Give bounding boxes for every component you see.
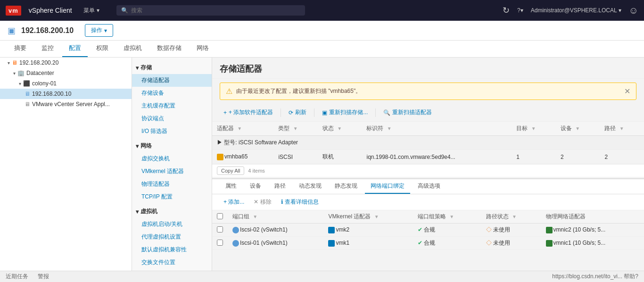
config-item-vm-startup[interactable]: 虚拟机启动/关机 [132,218,212,231]
config-item-swap-files[interactable]: 交换文件位置 [132,256,212,269]
search-box: 🔍 [116,5,305,16]
cell-type: iSCSI [273,150,318,164]
recent-tasks-link[interactable]: 近期任务 [6,273,28,281]
filter-icon[interactable]: ▼ [575,126,580,131]
filter-icon[interactable]: ▼ [253,214,257,219]
cell-policy: ✔ 合规 [413,237,481,250]
rescan-storage-button[interactable]: ▣ 重新扫描存储... [318,107,372,118]
filter-icon[interactable]: ▼ [619,126,624,131]
config-item-io-filters[interactable]: I/O 筛选器 [132,125,212,138]
cell-path-status: ◇ 未使用 [481,237,541,250]
sidebar-item-colony[interactable]: ▾ ⬛ colony-01 [0,78,132,89]
copy-all-button[interactable]: Copy All [217,166,244,175]
tab-network-port-binding[interactable]: 网络端口绑定 [365,179,410,194]
tab-datastores[interactable]: 数据存储 [150,40,188,57]
search-input[interactable] [131,7,300,14]
help-button[interactable]: ?▾ [517,7,523,14]
rescan-adapter-button[interactable]: 🔍 重新扫描适配器 [380,107,436,118]
tab-dynamic-discovery[interactable]: 动态发现 [293,179,327,194]
tab-devices[interactable]: 设备 [244,179,267,194]
config-item-physical-adapters[interactable]: 物理适配器 [132,178,212,191]
action-button[interactable]: 操作 ▾ [85,24,113,37]
content-area: ▾ 存储 存储适配器 存储设备 主机缓存配置 协议端点 I/O 筛选器 ▾ 网络… [132,58,644,282]
select-all-checkbox[interactable] [217,213,223,219]
col-device: 设备 ▼ [556,122,600,136]
panel-title: 存储适配器 [212,58,644,79]
tab-config[interactable]: 配置 [62,40,88,57]
col-target: 目标 ▼ [512,122,556,136]
tab-permissions[interactable]: 权限 [90,40,115,57]
warning-icon: ⚠ [226,87,232,96]
user-menu[interactable]: Administrator@VSPHERE.LOCAL ▾ [531,7,621,14]
separator [375,108,376,117]
sidebar-item-vcenter[interactable]: 🖥 VMware vCenter Server Appl... [0,99,132,109]
filter-icon[interactable]: ▼ [337,126,342,131]
row-checkbox[interactable] [217,226,223,232]
table-row[interactable]: Iscsi-01 (vSwitch1) vmk1 ✔ 合规 [212,237,644,250]
config-item-protocol-endpoints[interactable]: 协议端点 [132,112,212,125]
add-button[interactable]: + 添加... [220,196,248,208]
config-item-storage-adapters[interactable]: 存储适配器 [132,74,212,87]
filter-icon[interactable]: ▼ [531,126,536,131]
config-item-vmkernel[interactable]: VMkernel 适配器 [132,165,212,178]
filter-icon[interactable]: ▼ [237,126,242,131]
tab-properties[interactable]: 属性 [220,179,242,194]
config-item-vm-compat[interactable]: 默认虚拟机兼容性 [132,243,212,256]
profile-icon[interactable]: ☺ [629,5,638,16]
alert-close-button[interactable]: ✕ [624,87,630,96]
cell-vmkernel: vmk2 [323,224,413,237]
config-section-storage[interactable]: ▾ 存储 [132,61,212,74]
row-checkbox[interactable] [217,240,223,246]
filter-icon[interactable]: ▼ [449,214,454,219]
tab-monitor[interactable]: 监控 [35,40,60,57]
remove-button[interactable]: ✕ 移除 [250,196,275,208]
config-item-tcpip[interactable]: TCP/IP 配置 [132,191,212,203]
col-status: 状态 ▼ [318,122,362,136]
refresh-button[interactable]: ⟳ 刷新 [285,107,310,118]
table-row[interactable]: vmhba65 iSCSI 联机 iqn.1998-01.com.vmware:… [212,150,644,164]
col-policy: 端口组策略 ▼ [413,210,481,224]
filter-icon[interactable]: ▼ [293,126,298,131]
items-count: 4 items [248,168,264,174]
config-item-agent-vm[interactable]: 代理虚拟机设置 [132,231,212,243]
adapter-icon: 🔍 [383,109,390,116]
tab-summary[interactable]: 摘要 [8,40,33,57]
filter-icon[interactable]: ▼ [374,214,379,219]
host-icon: 🖥 [12,59,17,66]
view-details-button[interactable]: ℹ 查看详细信息 [277,196,322,208]
config-section-network[interactable]: ▾ 网络 [132,140,212,152]
col-adapter: 适配器 ▼ [212,122,273,136]
network-icon [546,240,553,247]
bottom-table-area: 端口组 ▼ VMkernel 适配器 ▼ 端口组策略 ▼ 路径状态 ▼ 物理网络… [212,210,644,250]
tab-paths[interactable]: 路径 [269,179,291,194]
menu-button[interactable]: 菜单 ▾ [83,7,99,15]
alerts-link[interactable]: 警报 [38,273,49,281]
vcenter-icon: 🖥 [25,101,30,108]
filter-icon[interactable]: ▼ [387,126,392,131]
config-item-storage-devices[interactable]: 存储设备 [132,87,212,100]
alert-text: 由于最近更改了配置，建议重新扫描 "vmhba65"。 [236,87,361,95]
config-item-host-cache[interactable]: 主机缓存配置 [132,100,212,112]
refresh-button[interactable]: ↻ [503,5,510,16]
alert-bar: ⚠ 由于最近更改了配置，建议重新扫描 "vmhba65"。 ✕ [220,83,636,100]
tab-vms[interactable]: 虚拟机 [117,40,149,57]
tab-static-discovery[interactable]: 静态发现 [329,179,363,194]
status-warn-icon: ◇ [486,240,492,246]
datacenter-icon: 🏢 [17,70,25,76]
sidebar-item-datacenter[interactable]: ▾ 🏢 Datacenter [0,68,132,78]
cell-path-status: ◇ 未使用 [481,224,541,237]
sidebar-item-host-200-10[interactable]: 🖥 192.168.200.10 [0,89,132,99]
sidebar-item-host-200-20[interactable]: ▾ 🖥 192.168.200.20 [0,58,132,68]
table-row[interactable]: Iscsi-02 (vSwitch1) vmk2 ✔ 合规 [212,224,644,237]
vm-logo: vm [6,6,21,16]
config-section-vms[interactable]: ▾ 虚拟机 [132,205,212,218]
footer: 近期任务 警报 https://blog.csdn.net/ito_vi... … [0,271,644,282]
host-name: 192.168.200.10 [21,26,74,35]
chevron-icon: ▾ [136,208,139,215]
add-software-adapter-button[interactable]: + + 添加软件适配器 [220,107,277,118]
config-item-vswitches[interactable]: 虚拟交换机 [132,152,212,165]
main-panel: 存储适配器 ⚠ 由于最近更改了配置，建议重新扫描 "vmhba65"。 ✕ + … [212,58,644,282]
tab-advanced[interactable]: 高级选项 [412,179,446,194]
tab-network[interactable]: 网络 [190,40,215,57]
filter-icon[interactable]: ▼ [512,214,517,219]
